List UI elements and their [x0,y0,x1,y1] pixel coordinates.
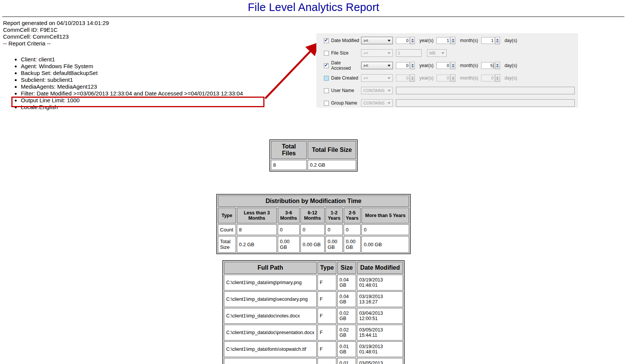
group-name-label: Group Name [331,100,361,106]
table-row: C:\client1\imp_data\doc\presentation.doc… [224,325,403,341]
date-created-years-spinner[interactable] [410,74,415,82]
col-header: 2-5 Years [344,208,361,223]
group-name-checkbox[interactable] [324,101,329,106]
chevron-down-icon [441,52,444,54]
operator-value: >= [363,76,368,80]
months-label: month(s) [460,38,478,43]
date-modified-years-input[interactable]: 0 [396,37,410,44]
date-accessed-months-input[interactable]: 0 [436,62,450,69]
file-size: 0.02 GB [337,325,356,341]
cell: 0 [344,224,361,235]
months-label: month(s) [460,63,478,68]
date-created-days-spinner[interactable] [495,74,500,82]
date-accessed-operator-select[interactable]: >= [361,62,393,69]
table-header-row: Total Files Total File Size [271,141,356,159]
filter-panel: Date Modified >= 0 year(s) 1 month(s) 1 … [316,33,578,108]
cell: Count [218,224,236,235]
file-size-checkbox[interactable] [324,51,329,56]
criteria-item-subclient: Subclient: subclient1 [21,77,243,83]
date-accessed-months-spinner[interactable] [450,62,455,69]
cell: 0 [361,224,409,235]
cell: 0.00 GB [300,236,325,253]
criteria-item-filter: Filter: Date Modified >=03/06/2013 12:33… [21,90,243,97]
file-type: F [317,358,336,364]
file-date: 03/04/2013 12:00:51 [357,308,403,324]
header-total-files: Total Files [271,141,307,159]
date-accessed-years-input[interactable]: 0 [396,62,410,69]
date-modified-years-spinner[interactable] [410,37,415,44]
table-row: C:\client1\imp_data\fonts\curlicues.ttf … [224,358,403,364]
cell: 0 [278,224,300,235]
date-modified-checkbox[interactable] [324,38,329,43]
report-page: { "title": "File Level Analytics Report"… [0,0,627,364]
date-modified-months-spinner[interactable] [450,37,455,44]
cell: 0 [300,224,325,235]
cell: 0.00 GB [325,236,343,253]
date-modified-days-spinner[interactable] [495,37,500,44]
file-date: 03/05/2013 10:25:01 [357,358,403,364]
table-row: Count 8 0 0 0 0 0 [218,224,409,235]
col-header: 3-6 Months [278,208,300,223]
distribution-table: Distribution by Modification Time Type L… [216,194,411,254]
cell: Total Size [218,236,236,253]
chevron-down-icon [388,40,391,42]
date-accessed-label: Date Accessed [331,60,361,71]
user-name-checkbox[interactable] [324,88,329,93]
summary-section: Total Files Total File Size 8 0.2 GB [0,139,627,172]
distribution-section: Distribution by Modification Time Type L… [0,194,627,254]
date-accessed-days-spinner[interactable] [495,62,500,69]
date-created-months-spinner[interactable] [450,74,455,82]
col-header: Type [218,208,236,223]
date-created-operator-select[interactable]: >= [361,74,393,82]
commcell-name-line: CommCell: CommCell123 [3,33,243,40]
cell: 0.00 GB [344,236,361,253]
criteria-list: Client: client1 Agent: Windows File Syst… [3,56,243,111]
date-accessed-days-input[interactable]: 5 [481,62,495,69]
table-header-row: Full Path Type Size Date Modified [224,262,403,274]
date-modified-operator-select[interactable]: >= [361,37,393,44]
criteria-item-agent: Agent: Windows File System [21,63,243,70]
date-created-days-input[interactable]: 0 [481,75,495,81]
col-header: 1-2 Years [325,208,343,223]
file-size-value-input[interactable]: 1 [396,49,422,57]
date-accessed-checkbox[interactable] [324,63,329,68]
cell: 0 [325,224,343,235]
years-label: year(s) [419,63,433,68]
date-accessed-years-spinner[interactable] [410,62,415,69]
report-meta: Report generated on 04/10/2013 14:01:29 … [3,20,243,111]
group-name-input[interactable] [396,99,575,107]
chevron-down-icon [388,52,391,54]
file-type: F [317,341,336,357]
filter-row-group-name: Group Name CONTAINS [324,99,575,107]
table-row: C:\client1\imp_data\fonts\stopwatch.ttf … [224,341,403,357]
date-modified-months-input[interactable]: 1 [436,37,450,44]
total-file-size-value: 0.2 GB [308,160,356,170]
col-header: Less than 3 Months [237,208,277,223]
summary-table: Total Files Total File Size 8 0.2 GB [269,139,358,172]
file-size: 0.02 GB [337,308,356,324]
header-total-file-size: Total File Size [308,141,356,159]
criteria-item-backup-set: Backup Set: defaultBackupSet [21,70,243,77]
table-row: 8 0.2 GB [271,160,356,170]
file-path: C:\client1\imp_data\img\primary.png [224,275,317,291]
date-created-years-input[interactable]: 0 [396,75,410,81]
user-name-input[interactable] [396,87,575,94]
header-date-modified: Date Modified [357,262,403,274]
user-name-operator-select[interactable]: CONTAINS [361,87,393,94]
file-size: 0.04 GB [337,291,356,307]
date-modified-days-input[interactable]: 1 [481,37,495,44]
files-section: Full Path Type Size Date Modified C:\cli… [0,260,627,364]
operator-value: >= [363,51,368,55]
filter-row-file-size: File Size >= 1 MB [324,49,575,57]
chevron-down-icon [388,90,391,92]
operator-value: >= [363,38,368,43]
filter-row-date-modified: Date Modified >= 0 year(s) 1 month(s) 1 … [324,36,575,45]
chevron-down-icon [388,77,391,79]
operator-value: >= [363,63,368,68]
group-name-operator-select[interactable]: CONTAINS [361,99,393,107]
file-size-unit-select[interactable]: MB [427,49,447,57]
file-type: F [317,275,336,291]
date-created-months-input[interactable]: 0 [436,75,450,81]
file-size-operator-select[interactable]: >= [361,49,393,57]
date-created-checkbox[interactable] [324,76,329,81]
